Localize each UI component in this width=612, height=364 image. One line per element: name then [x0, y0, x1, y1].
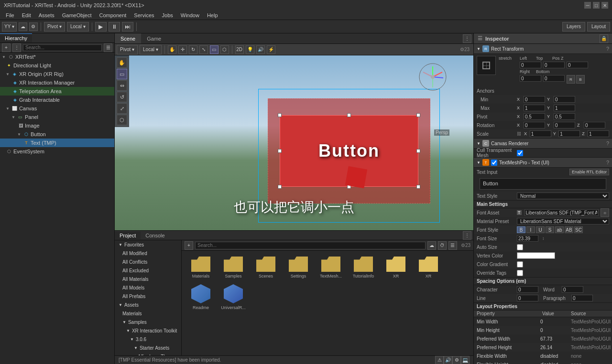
asset-tree-allmodified[interactable]: All Modified — [115, 249, 181, 257]
scale-x-input[interactable] — [530, 130, 551, 137]
paragraph-input[interactable] — [571, 295, 593, 301]
hierarchy-item-teleport[interactable]: ◈ Teleportation Area — [0, 87, 114, 96]
menu-jobs[interactable]: Jobs — [158, 11, 177, 19]
override-tags-checkbox[interactable] — [517, 270, 523, 276]
hierarchy-item-xrmanager[interactable]: ◈ XR Interaction Manager — [0, 78, 114, 87]
scene-view[interactable]: Button — [115, 55, 473, 230]
menu-file[interactable]: File — [2, 11, 18, 19]
asset-tree-samples[interactable]: ▼ Samples — [115, 318, 181, 326]
tmp-enable-checkbox[interactable] — [491, 160, 497, 166]
canvas-renderer-header[interactable]: ▼ C Canvas Renderer ? — [474, 139, 612, 149]
asset-tree-affordance[interactable]: AffordanceTher... — [115, 352, 181, 355]
hierarchy-item-button[interactable]: ▼ ⬡ Button — [0, 130, 114, 139]
rect-transform-header[interactable]: ▼ R Rect Transform ? — [474, 44, 612, 54]
asset-tree-allmodels[interactable]: All Models — [115, 283, 181, 292]
hierarchy-item-canvas[interactable]: ▼ ⬜ Canvas — [0, 104, 114, 113]
rot-y-input[interactable] — [554, 122, 575, 128]
menu-assets[interactable]: Assets — [35, 11, 58, 19]
status-icon1[interactable]: ⚠ — [435, 356, 444, 364]
assets-filter-btn[interactable]: ☰ — [448, 241, 457, 250]
hierarchy-item-directionallight[interactable]: ✦ Directional Light — [0, 61, 114, 70]
hierarchy-filter-button[interactable]: ☰ — [104, 43, 112, 52]
local-scene-btn[interactable]: Local ▾ — [140, 45, 162, 54]
minimize-button[interactable]: ─ — [584, 2, 591, 9]
min-y-input[interactable] — [554, 96, 575, 103]
asset-readme[interactable]: Readme — [186, 282, 216, 312]
status-icon3[interactable]: ⚙ — [452, 356, 461, 364]
posz-input[interactable] — [567, 62, 588, 68]
lowercase-btn[interactable]: ab — [555, 226, 564, 233]
menu-services[interactable]: Services — [130, 11, 158, 19]
bottom-input[interactable] — [543, 75, 565, 82]
menu-gameobject[interactable]: GameObject — [58, 11, 96, 19]
hierarchy-item-image[interactable]: 🖼 Image — [0, 121, 114, 130]
menu-component[interactable]: Component — [95, 11, 130, 19]
font-asset-input[interactable] — [525, 209, 599, 216]
max-x-input[interactable] — [524, 105, 545, 111]
rect-tool-btn[interactable]: ▭ — [210, 45, 219, 54]
bold-btn[interactable]: B — [517, 226, 525, 233]
line-input[interactable] — [517, 295, 538, 301]
font-asset-select-btn[interactable]: ○ — [601, 208, 609, 217]
collab-settings-button[interactable]: ⚙ — [29, 22, 38, 31]
textmeshpro-header[interactable]: ▼ T TextMeshPro - Text (UI) ? — [474, 158, 612, 168]
scene-tool-scale[interactable]: ⤢ — [117, 103, 127, 114]
asset-tree-materials[interactable]: Materials — [115, 309, 181, 318]
status-icon4[interactable]: 💻 — [461, 356, 470, 364]
transform-tool-btn[interactable]: ⬡ — [220, 45, 229, 54]
word-input[interactable] — [562, 286, 583, 293]
max-y-input[interactable] — [554, 105, 575, 111]
asset-tree-xrit[interactable]: ▼ XR Interaction Toolkit — [115, 326, 181, 335]
transform-mode-dropdown[interactable]: YY ▾ — [2, 22, 17, 32]
rect-btn2[interactable]: B — [576, 75, 585, 84]
scale-tool-btn[interactable]: ⤡ — [199, 45, 208, 54]
scale-y-input[interactable] — [558, 130, 580, 137]
rotate-tool-btn[interactable]: ↻ — [189, 45, 197, 54]
rot-x-input[interactable] — [524, 122, 545, 128]
cull-checkbox[interactable] — [517, 150, 523, 156]
tmp-help-btn[interactable]: ? — [606, 160, 609, 165]
character-input[interactable] — [517, 286, 538, 293]
right-input[interactable] — [520, 75, 541, 82]
asset-universalr[interactable]: UniversalR... — [218, 282, 249, 312]
hierarchy-add-button[interactable]: + — [2, 43, 11, 52]
asset-textmesh[interactable]: TextMesh... — [316, 255, 346, 280]
enable-rtl-button[interactable]: Enable RTL Editor — [569, 169, 609, 175]
rect-btn1[interactable]: R — [567, 75, 575, 84]
move-tool-btn[interactable]: ✛ — [178, 45, 187, 54]
hierarchy-item-grabinteractable[interactable]: ◈ Grab Interactable — [0, 96, 114, 104]
scene-tool-rotate[interactable]: ↺ — [117, 92, 127, 102]
asset-tree-allconflicts[interactable]: All Conflicts — [115, 257, 181, 266]
text-value-input[interactable]: Button — [480, 178, 606, 190]
asset-xr1[interactable]: XR — [381, 255, 411, 280]
step-button[interactable]: ⏭ — [122, 22, 133, 32]
fx-toggle-btn[interactable]: ⚡ — [267, 45, 275, 54]
audio-toggle-btn[interactable]: 🔊 — [256, 45, 265, 54]
asset-tree-allmaterials[interactable]: All Materials — [115, 275, 181, 283]
asset-tutorialinfo[interactable]: TutorialInfo — [348, 255, 379, 280]
hierarchy-item-eventsystem[interactable]: ⬡ EventSystem — [0, 147, 114, 156]
menu-help[interactable]: Help — [203, 11, 222, 19]
menu-window[interactable]: Window — [177, 11, 203, 19]
maximize-button[interactable]: □ — [593, 2, 600, 9]
bottom-more-btn[interactable]: ⋮ — [463, 231, 471, 240]
light-toggle-btn[interactable]: 💡 — [246, 45, 254, 54]
left-input[interactable] — [520, 62, 541, 68]
hierarchy-item-xrorigin[interactable]: ▼ ◈ XR Origin (XR Rig) — [0, 70, 114, 78]
assets-add-button[interactable]: + — [185, 241, 193, 250]
asset-tree-starter[interactable]: ▼ Starter Assets — [115, 343, 181, 352]
asset-tree-favorites[interactable]: ▼ Favorites — [115, 240, 181, 249]
pause-button[interactable]: ⏸ — [109, 22, 120, 32]
asset-tree-allprefabs[interactable]: All Prefabs — [115, 292, 181, 300]
uppercase-btn[interactable]: AB — [565, 226, 573, 233]
menu-edit[interactable]: Edit — [18, 11, 35, 19]
project-tab[interactable]: Project — [115, 232, 141, 239]
console-tab[interactable]: Console — [141, 232, 169, 239]
cloud-button[interactable]: ☁ — [19, 22, 27, 31]
asset-settings[interactable]: Settings — [283, 255, 314, 280]
rot-z-input[interactable] — [584, 122, 605, 128]
hierarchy-search-input[interactable] — [23, 44, 102, 51]
status-icon2[interactable]: 🔊 — [444, 356, 452, 364]
asset-xr2[interactable]: XR — [413, 255, 444, 280]
layers-button[interactable]: Layers — [562, 22, 585, 32]
